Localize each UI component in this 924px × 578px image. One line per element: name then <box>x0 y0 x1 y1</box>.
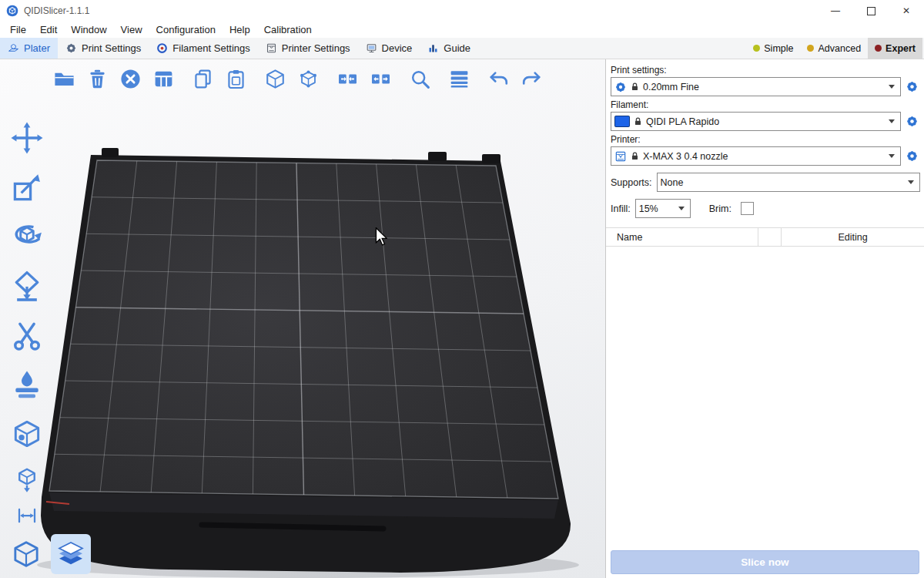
tab-filament-settings[interactable]: Filament Settings <box>149 38 257 59</box>
column-spacer <box>758 228 781 246</box>
title-bar: QIDISlicer-1.1.1 — ✕ <box>0 0 924 22</box>
print-settings-gear-button[interactable] <box>903 79 920 96</box>
view-3d-button[interactable] <box>6 534 46 574</box>
place-on-face-button[interactable] <box>6 267 48 304</box>
filament-combo[interactable]: QIDI PLA Rapido <box>611 112 901 131</box>
filament-gear-button[interactable] <box>903 113 920 130</box>
view-preview-button[interactable] <box>51 534 91 574</box>
copy-button[interactable] <box>189 66 216 92</box>
menu-help[interactable]: Help <box>223 24 257 35</box>
menu-file[interactable]: File <box>3 24 33 35</box>
menu-view[interactable]: View <box>114 24 149 35</box>
tab-device[interactable]: Device <box>358 38 420 59</box>
printer-combo[interactable]: X-MAX 3 0.4 nozzle <box>611 146 901 166</box>
view-3d-icon <box>11 539 42 570</box>
mode-dot-icon <box>807 45 814 52</box>
undo-icon <box>487 68 510 90</box>
column-name[interactable]: Name <box>606 228 758 246</box>
lock-icon <box>633 116 643 126</box>
mode-dot-icon <box>875 45 882 52</box>
split-to-parts-button[interactable] <box>367 66 393 92</box>
tab-print-settings[interactable]: Print Settings <box>58 38 149 59</box>
undo-button[interactable] <box>485 66 511 92</box>
objects-list[interactable] <box>606 247 924 544</box>
column-editing[interactable]: Editing <box>781 228 924 246</box>
slice-now-button[interactable]: Slice now <box>611 550 919 574</box>
brim-checkbox[interactable] <box>741 202 754 215</box>
menu-configuration[interactable]: Configuration <box>149 24 223 35</box>
window-title: QIDISlicer-1.1.1 <box>24 5 89 16</box>
cut-button[interactable] <box>6 317 48 353</box>
paste-icon <box>225 68 247 90</box>
tab-bar: PlaterPrint SettingsFilament SettingsPri… <box>0 38 924 59</box>
open-project-button[interactable] <box>51 66 77 92</box>
delete-button[interactable] <box>84 66 110 92</box>
paste-button[interactable] <box>223 66 249 92</box>
sink-icon <box>13 466 41 494</box>
supports-combo[interactable]: None <box>657 173 920 192</box>
print-settings-combo[interactable]: 0.20mm Fine <box>611 77 901 96</box>
tab-guide[interactable]: Guide <box>420 38 478 59</box>
menu-window[interactable]: Window <box>64 24 113 35</box>
merge-objects-button[interactable] <box>334 66 360 92</box>
filament-label: Filament: <box>611 99 919 110</box>
arrange-button[interactable] <box>150 66 176 92</box>
add-shape-icon <box>264 68 286 90</box>
lock-icon <box>630 151 640 161</box>
paint-support-button[interactable] <box>6 366 48 402</box>
tab-printer-settings[interactable]: Printer Settings <box>258 38 358 59</box>
printer-gear-button[interactable] <box>903 148 920 165</box>
minimize-button[interactable]: — <box>818 0 853 22</box>
add-shape-button[interactable] <box>262 66 288 92</box>
redo-icon <box>521 68 543 90</box>
measure-icon <box>15 504 38 527</box>
cut-icon <box>10 318 44 352</box>
menu-calibration[interactable]: Calibration <box>257 24 319 35</box>
supports-value: None <box>661 177 684 188</box>
printer-label: Printer: <box>611 134 919 145</box>
split-to-objects-button[interactable] <box>295 66 321 92</box>
split-to-objects-icon <box>297 68 320 90</box>
rotate-button[interactable] <box>6 218 48 254</box>
maximize-button[interactable] <box>853 0 889 22</box>
menu-edit[interactable]: Edit <box>33 24 64 35</box>
plater-icon <box>8 42 19 54</box>
copy-icon <box>192 68 214 90</box>
close-button[interactable]: ✕ <box>889 0 924 22</box>
tab-label: Guide <box>444 42 470 54</box>
seam-button[interactable] <box>6 415 48 452</box>
tab-plater[interactable]: Plater <box>0 38 58 59</box>
delete-icon <box>86 68 109 90</box>
redo-button[interactable] <box>518 66 544 92</box>
chevron-down-icon <box>889 119 895 123</box>
place-on-face-icon <box>10 269 44 303</box>
tab-label: Plater <box>24 42 50 54</box>
viewport-3d[interactable] <box>0 59 605 578</box>
gear-icon <box>906 150 919 163</box>
mode-label: Simple <box>764 43 793 54</box>
delete-all-icon <box>119 68 142 90</box>
seam-icon <box>10 417 44 451</box>
print-bed <box>0 59 605 578</box>
variable-layer-height-button[interactable] <box>446 66 472 92</box>
measure-button[interactable] <box>6 503 48 528</box>
objects-table-header: Name Editing <box>606 227 924 247</box>
infill-label: Infill: <box>611 203 631 214</box>
sink-button[interactable] <box>6 465 48 496</box>
mode-expert[interactable]: Expert <box>868 38 922 59</box>
move-button[interactable] <box>6 119 48 156</box>
split-to-parts-icon <box>370 68 392 90</box>
qidislicer-window: QIDISlicer-1.1.1 — ✕ FileEditWindowViewC… <box>0 0 924 578</box>
filament-icon <box>156 42 168 54</box>
search-button[interactable] <box>407 66 433 92</box>
printer-value: X-MAX 3 0.4 nozzle <box>643 151 728 162</box>
tab-label: Printer Settings <box>282 42 350 54</box>
mode-advanced[interactable]: Advanced <box>800 38 868 59</box>
printer-icon <box>614 150 627 163</box>
tab-label: Filament Settings <box>172 42 249 54</box>
mode-simple[interactable]: Simple <box>746 38 800 59</box>
delete-all-button[interactable] <box>117 66 143 92</box>
infill-combo[interactable]: 15% <box>635 199 691 218</box>
arrange-icon <box>152 68 175 90</box>
scale-button[interactable] <box>6 169 48 205</box>
